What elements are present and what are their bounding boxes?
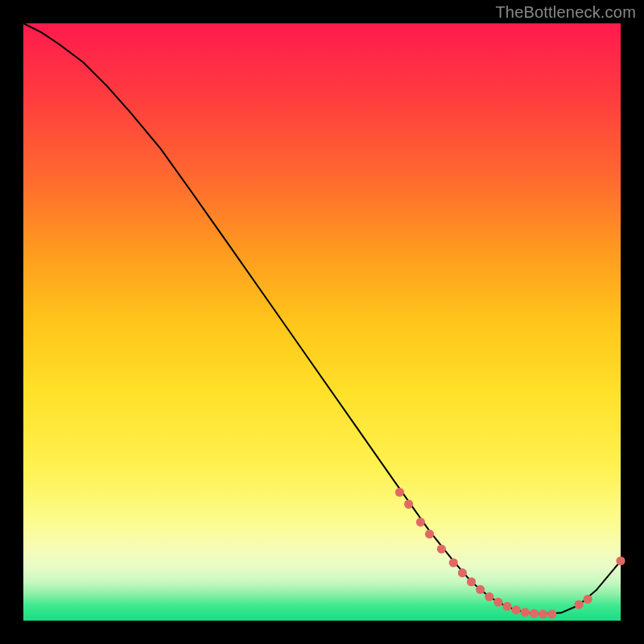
chart-frame: TheBottleneck.com: [0, 0, 644, 644]
marker-point: [437, 544, 446, 553]
plot-area: [23, 23, 621, 621]
curve-layer: [23, 23, 621, 621]
marker-point: [539, 609, 547, 618]
marker-points-group: [395, 488, 625, 618]
marker-point: [547, 609, 556, 618]
bottleneck-curve-path: [23, 23, 621, 614]
marker-point: [425, 530, 434, 539]
marker-point: [458, 568, 467, 577]
marker-point: [530, 609, 539, 618]
marker-point: [521, 608, 530, 617]
marker-point: [574, 600, 583, 609]
marker-point: [512, 605, 521, 614]
marker-point: [404, 500, 413, 509]
marker-point: [502, 602, 511, 611]
watermark-label: TheBottleneck.com: [495, 3, 636, 22]
marker-point: [584, 595, 592, 604]
marker-point: [395, 488, 404, 497]
marker-point: [476, 585, 485, 594]
marker-point: [616, 556, 625, 565]
marker-point: [493, 597, 502, 606]
marker-point: [485, 592, 493, 601]
marker-point: [467, 577, 476, 586]
marker-point: [449, 558, 458, 567]
marker-point: [416, 518, 425, 526]
